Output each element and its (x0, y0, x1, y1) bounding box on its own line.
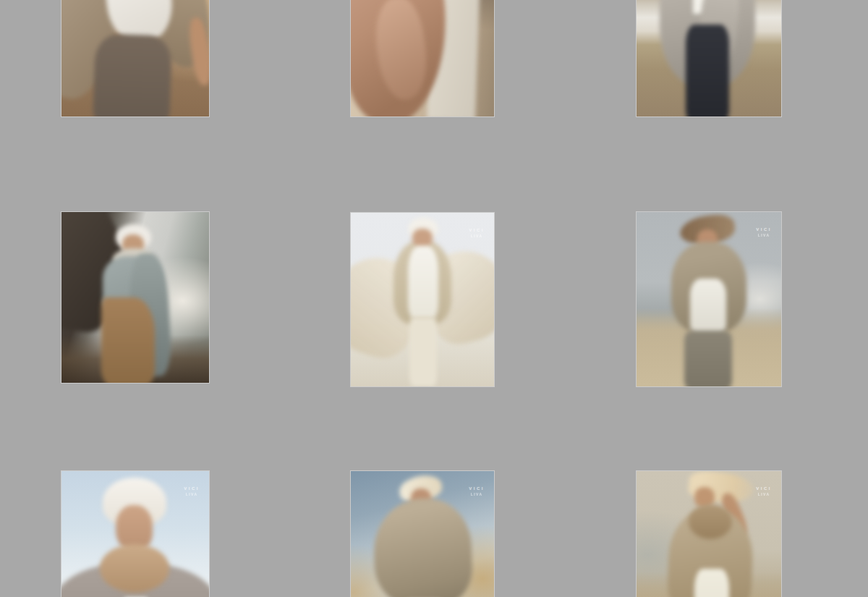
gallery-photo-5[interactable]: VICI LIVA (350, 212, 495, 387)
gallery-photo-2[interactable] (350, 0, 495, 117)
photo5-shirt (408, 246, 438, 319)
photo5-trousers (409, 317, 437, 386)
gallery-photo-6[interactable]: VICI LIVA (636, 211, 782, 387)
gallery-photo-7[interactable]: VICI LIVA (61, 470, 210, 597)
gallery-photo-9[interactable]: VICI LIVA (636, 470, 782, 597)
gallery-grid: VICI LIVA VICI LIVA VICI LIVA (0, 0, 868, 597)
gallery-photo-4[interactable] (61, 211, 210, 384)
photo3-trousers (686, 25, 729, 117)
photo5-face (412, 229, 433, 247)
photo4-skirt (101, 297, 154, 384)
photo9-shirt (694, 569, 729, 597)
photo1-trousers (93, 33, 173, 117)
gallery-photo-3[interactable] (636, 0, 782, 117)
photo6-trousers (684, 331, 732, 387)
gallery-photo-8[interactable]: VICI LIVA (350, 470, 495, 597)
photo7-scarf (100, 544, 169, 592)
gallery-photo-1[interactable] (61, 0, 210, 117)
photo9-scarf (689, 504, 732, 539)
photo6-shirt (690, 279, 726, 334)
